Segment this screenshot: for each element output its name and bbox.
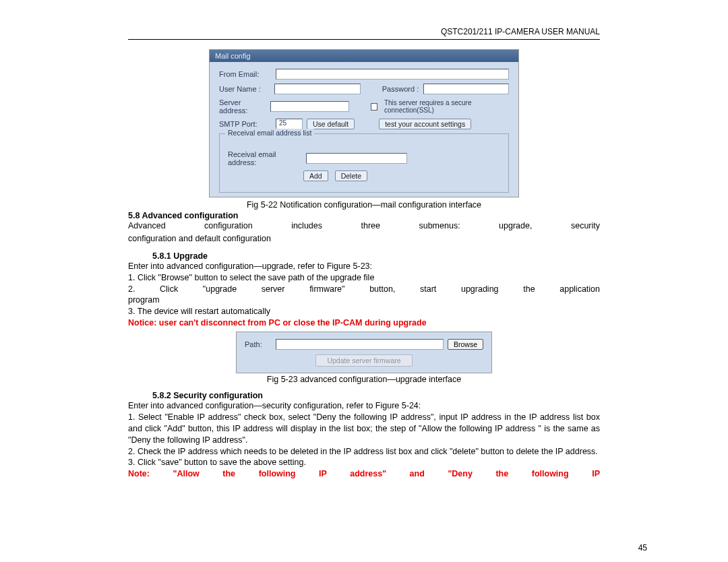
sec-step1: 1. Select "Enable IP address" check box,… <box>128 412 600 446</box>
receival-email-label: Receival email address: <box>228 150 302 166</box>
upgrade-step2-line1: 2. Click "upgrade server firmware" butto… <box>128 284 600 295</box>
para-5-8-line1: Advanced configuration includes three su… <box>128 220 600 232</box>
user-name-label: User Name : <box>219 85 270 93</box>
upgrade-step3: 3. The device will restart automatically <box>128 306 600 317</box>
delete-button[interactable]: Delete <box>335 170 367 181</box>
path-input[interactable] <box>276 339 444 350</box>
ssl-checkbox[interactable] <box>371 103 377 111</box>
doc-header: QSTC201/211 IP-CAMERA USER MANUAL <box>128 27 600 39</box>
receival-legend: Receival email address list <box>225 129 314 137</box>
update-firmware-button[interactable]: Update server firmware <box>315 354 412 367</box>
server-address-input[interactable] <box>270 101 349 112</box>
sec-step3: 3. Click "save" button to save the above… <box>128 457 600 468</box>
test-account-button[interactable]: test your account settings <box>379 119 471 129</box>
user-name-input[interactable] <box>274 84 360 94</box>
sec-step2: 2. Check the IP address which needs to b… <box>128 446 600 458</box>
para-5-8-line2: configuration and default configuration <box>128 233 600 245</box>
password-input[interactable] <box>423 84 509 94</box>
upgrade-notice: Notice: user can't disconnect from PC or… <box>128 317 600 329</box>
use-default-button[interactable]: Use default <box>307 119 355 129</box>
sec-intro: Enter into advanced configuration—securi… <box>128 400 600 412</box>
receival-fieldset: Receival email address list Receival ema… <box>219 133 509 193</box>
ssl-label: This server requires a secure connection… <box>384 99 509 114</box>
upgrade-step1: 1. Click "Browse" button to select the s… <box>128 272 600 284</box>
add-button[interactable]: Add <box>303 170 328 181</box>
caption-mail: Fig 5-22 Notification configuration—mail… <box>128 200 600 210</box>
smtp-port-label: SMTP Port: <box>219 120 272 128</box>
from-email-input[interactable] <box>276 69 509 80</box>
heading-5-8-1: 5.8.1 Upgrade <box>152 251 600 261</box>
mail-titlebar: Mail config <box>210 50 518 62</box>
from-email-label: From Email: <box>219 70 272 78</box>
heading-5-8-2: 5.8.2 Security configuration <box>152 391 600 400</box>
sec-note: Note: "Allow the following IP address" a… <box>128 468 600 480</box>
upgrade-intro: Enter into advanced configuration—upgrad… <box>128 261 600 272</box>
server-address-label: Server address: <box>219 98 266 115</box>
receival-email-input[interactable] <box>306 153 407 164</box>
upgrade-step2-line2: program <box>128 294 600 306</box>
browse-button[interactable]: Browse <box>448 339 483 350</box>
figure-mail-config: Mail config From Email: User Name : Pass… <box>209 49 519 197</box>
caption-upgrade: Fig 5-23 advanced configuration—upgrade … <box>128 375 600 384</box>
password-label: Password : <box>382 85 419 93</box>
path-label: Path: <box>245 340 272 348</box>
header-rule <box>128 39 600 40</box>
page-number: 45 <box>638 543 647 553</box>
heading-5-8: 5.8 Advanced configuration <box>128 211 600 220</box>
figure-upgrade: Path: Browse Update server firmware <box>236 332 492 373</box>
smtp-port-input[interactable]: 25 <box>276 119 303 129</box>
